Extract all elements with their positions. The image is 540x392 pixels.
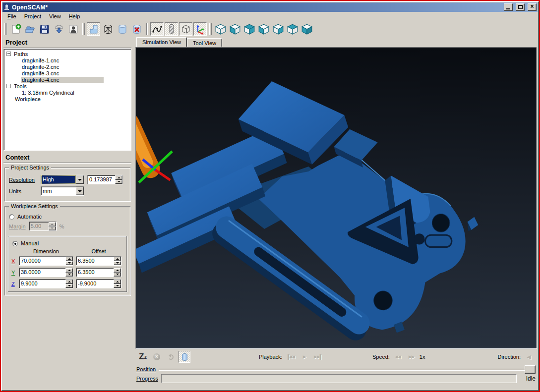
solid-workpiece-button[interactable] [116,22,129,36]
open-project-button[interactable] [23,22,37,36]
manual-label: Manual [21,240,39,246]
reload-button[interactable] [165,351,177,363]
dimension-header: Dimension [19,248,73,254]
show-tool-button[interactable] [165,22,178,36]
spin-down-icon[interactable] [114,273,121,277]
view-right-button[interactable] [271,22,285,36]
export-surface-button[interactable] [52,22,65,36]
spin-down-icon[interactable] [65,261,73,266]
wire-workpiece-icon [103,24,114,35]
x-dimension-spinbox[interactable]: 70.0000 [19,256,73,266]
spin-down-icon[interactable] [114,261,121,266]
resolution-spinbox[interactable]: 0.173987 [87,175,123,184]
speed-label: Speed: [372,354,390,360]
slider-handle[interactable] [525,365,536,374]
spin-up-icon[interactable] [65,257,73,261]
collapse-icon[interactable] [6,84,11,88]
spin-up-icon[interactable] [65,280,73,284]
spin-down-icon[interactable] [49,226,56,231]
minimize-button[interactable] [504,3,513,11]
spin-down-icon[interactable] [65,273,73,277]
spin-up-icon[interactable] [114,268,121,273]
toolbar-handle[interactable] [146,23,148,35]
menu-help[interactable]: Help [65,12,84,20]
y-offset-spinbox[interactable]: 6.3500 [76,268,121,277]
wire-workpiece-button[interactable] [101,22,115,36]
user-button[interactable] [66,22,80,36]
tree-item-paths[interactable]: Paths [6,51,131,57]
z-offset-spinbox[interactable]: -9.9000 [76,279,121,288]
skip-back-button[interactable]: ▐◀◀ [285,351,297,363]
new-file-button[interactable] [9,22,22,36]
toolbar-handle[interactable] [209,23,212,35]
tab-simulation-view[interactable]: Simulation View [136,37,187,47]
toolbar-handle[interactable] [82,23,85,35]
close-button[interactable]: × [528,3,537,11]
speed-down-button[interactable]: ◀◀ [392,351,404,363]
spin-up-icon[interactable] [49,222,56,226]
y-dimension-spinbox[interactable]: 38.0000 [19,268,73,277]
view-bottom-button[interactable] [300,22,313,36]
smooth-toggle-button[interactable]: Zz [137,351,149,363]
menu-view[interactable]: View [45,12,65,20]
chevron-down-icon[interactable] [76,175,84,184]
hide-workpiece-button[interactable] [130,22,143,36]
spin-up-icon[interactable] [115,175,122,180]
z-dimension-spinbox[interactable]: 9.9000 [19,279,73,288]
toolbar-handle[interactable] [4,23,7,35]
spin-down-icon[interactable] [114,284,121,288]
tree-item-dragknife-3[interactable]: dragknife-3.cnc [6,70,131,76]
tree-item-dragknife-2[interactable]: dragknife-2.cnc [6,63,131,70]
direction-button[interactable]: ◀ [523,351,535,363]
skip-forward-button[interactable]: ▶▶▌ [312,351,324,363]
menu-project[interactable]: Project [20,12,45,20]
tree-item-tools[interactable]: Tools [6,83,131,89]
left-dock: Project Paths dragknife-1.cnc dragknife-… [2,37,132,390]
tree-item-tool-1[interactable]: 1: 3.18mm Cylindrical [6,89,131,96]
play-button[interactable]: ▶ [299,351,310,363]
view-back-button[interactable] [242,22,256,36]
collapse-icon[interactable] [6,52,11,56]
stop-icon: × [153,353,160,360]
view-left-button[interactable] [257,22,270,36]
stop-button[interactable]: × [151,351,163,363]
spin-up-icon[interactable] [114,257,121,261]
spin-down-icon[interactable] [65,284,73,288]
position-slider[interactable] [159,365,536,374]
chevron-down-icon[interactable] [76,187,84,195]
progress-row: Progress Idle [135,374,538,384]
show-axes-button[interactable] [193,22,207,36]
tree-item-workpiece[interactable]: Workpiece [6,96,131,102]
spin-up-icon[interactable] [65,268,73,273]
units-select[interactable]: mm [41,186,84,196]
skip-back-icon: ▐◀◀ [286,354,295,359]
view-isometric-button[interactable] [214,22,227,36]
cut-workpiece-view-button[interactable] [87,22,100,36]
tree-item-dragknife-1[interactable]: dragknife-1.cnc [6,57,131,63]
show-toolpath-button[interactable] [150,22,164,36]
save-project-button[interactable] [38,22,51,36]
toolbar [2,21,538,37]
show-bounds-button[interactable] [179,22,192,36]
spin-down-icon[interactable] [115,180,122,184]
automatic-radio[interactable] [9,214,14,220]
simulation-viewport[interactable] [135,47,537,349]
spin-up-icon[interactable] [114,280,121,284]
resolution-select[interactable]: High [41,175,84,184]
slider-groove[interactable] [159,369,536,371]
reload-icon [168,354,174,360]
show-workpiece-toggle[interactable] [179,351,190,363]
x-offset-spinbox[interactable]: 6.3500 [76,256,121,266]
tree-item-dragknife-4[interactable]: dragknife-4.cnc [6,76,131,83]
menu-file[interactable]: File [3,12,20,20]
skip-forward-icon: ▶▶▌ [314,354,322,359]
maximize-button[interactable] [516,3,525,11]
margin-spinbox[interactable]: 5.00 [29,222,57,231]
dimension-offset-grid: Dimension Offset X 70.0000 6.3500 Y [11,248,123,288]
speed-up-button[interactable]: ▶▶ [406,351,418,363]
view-front-button[interactable] [228,22,241,36]
view-isometric-icon [215,23,227,35]
manual-radio[interactable] [12,241,18,246]
tab-tool-view[interactable]: Tool View [187,38,222,47]
view-top-button[interactable] [286,22,299,36]
